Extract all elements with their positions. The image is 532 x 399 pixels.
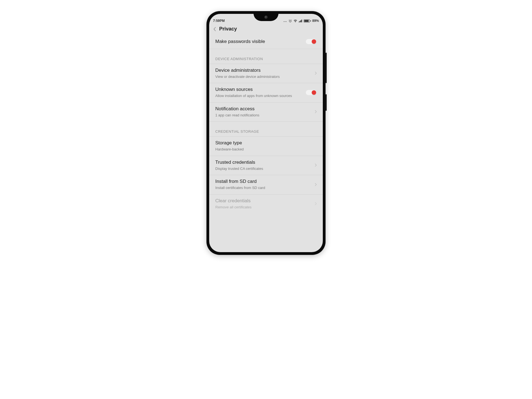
page-header: Privacy: [209, 23, 323, 35]
svg-rect-2: [300, 21, 300, 22]
wifi-icon: [293, 19, 297, 22]
screen: 7:59PM ... 89% Privacy Make passwords vi…: [209, 14, 323, 252]
status-right: ... 89%: [283, 19, 319, 23]
row-subtitle: Hardware-backed: [215, 147, 317, 152]
battery-percent: 89%: [312, 19, 319, 23]
row-subtitle: 1 app can read notifications: [215, 113, 312, 118]
row-storage-type[interactable]: Storage type Hardware-backed: [209, 137, 323, 156]
battery-icon: [304, 19, 311, 22]
row-title: Make passwords visible: [215, 39, 303, 45]
row-title: Unknown sources: [215, 86, 303, 93]
row-title: Install from SD card: [215, 178, 312, 185]
row-trusted-credentials[interactable]: Trusted credentials Display trusted CA c…: [209, 156, 323, 175]
row-subtitle: Allow installation of apps from unknown …: [215, 93, 303, 98]
row-title: Trusted credentials: [215, 159, 312, 166]
phone-frame: 7:59PM ... 89% Privacy Make passwords vi…: [206, 11, 326, 255]
row-clear-credentials: Clear credentials Remove all certificate…: [209, 195, 323, 213]
power-button: [326, 94, 327, 111]
row-unknown-sources[interactable]: Unknown sources Allow installation of ap…: [209, 83, 323, 102]
toggle-unknown-sources[interactable]: [306, 90, 317, 95]
status-time: 7:59PM: [213, 19, 225, 23]
section-device-administration: DEVICE ADMINISTRATION: [209, 49, 323, 64]
row-notification-access[interactable]: Notification access 1 app can read notif…: [209, 103, 323, 122]
svg-rect-3: [300, 20, 301, 22]
row-subtitle: View or deactivate device administrators: [215, 74, 312, 79]
row-device-administrators[interactable]: Device administrators View or deactivate…: [209, 64, 323, 83]
more-icon: ...: [283, 19, 287, 23]
row-make-passwords-visible[interactable]: Make passwords visible: [209, 35, 323, 49]
page-title: Privacy: [219, 26, 237, 32]
front-camera: [264, 16, 268, 19]
settings-list: Make passwords visible DEVICE ADMINISTRA…: [209, 35, 323, 213]
row-subtitle: Remove all certificates: [215, 205, 312, 210]
toggle-make-passwords[interactable]: [306, 39, 317, 44]
row-install-from-sd[interactable]: Install from SD card Install certificate…: [209, 175, 323, 194]
svg-rect-4: [301, 19, 302, 22]
chevron-right-icon: [314, 71, 317, 75]
chevron-right-icon: [314, 163, 317, 167]
row-title: Clear credentials: [215, 198, 312, 204]
row-title: Device administrators: [215, 67, 312, 74]
row-subtitle: Install certificates from SD card: [215, 185, 312, 190]
row-title: Notification access: [215, 106, 312, 112]
signal-icon: [299, 19, 302, 22]
row-title: Storage type: [215, 140, 317, 146]
row-subtitle: Display trusted CA certificates: [215, 166, 312, 171]
svg-rect-1: [299, 21, 299, 22]
chevron-right-icon: [314, 183, 317, 186]
section-credential-storage: CREDENTIAL STORAGE: [209, 122, 323, 137]
chevron-right-icon: [314, 202, 317, 206]
volume-button: [326, 53, 327, 83]
back-icon[interactable]: [213, 27, 216, 32]
chevron-right-icon: [314, 110, 317, 114]
alarm-icon: [288, 19, 292, 23]
